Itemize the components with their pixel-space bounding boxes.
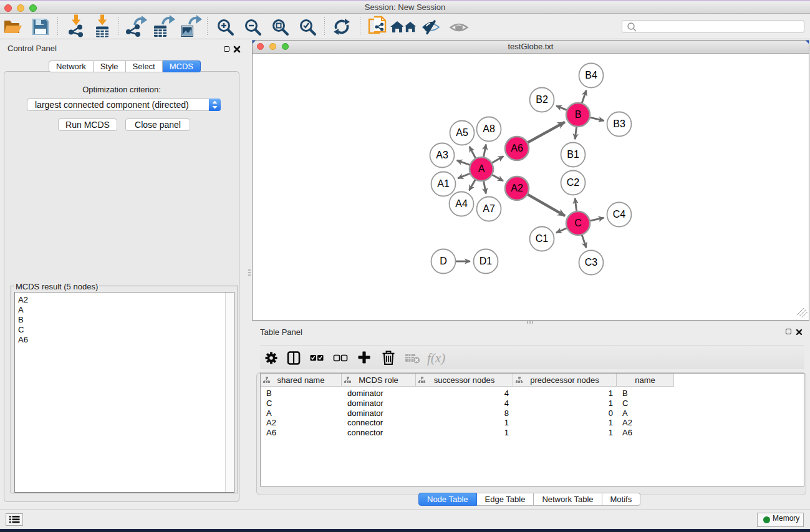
svg-text:C: C <box>574 218 582 228</box>
svg-text:C2: C2 <box>567 177 580 188</box>
svg-text:A6: A6 <box>511 143 523 153</box>
svg-text:B2: B2 <box>536 94 548 105</box>
svg-text:A7: A7 <box>483 203 495 214</box>
svg-text:C1: C1 <box>536 233 549 244</box>
svg-text:B: B <box>575 109 582 120</box>
svg-text:C3: C3 <box>585 257 598 268</box>
svg-text:B1: B1 <box>567 149 579 160</box>
svg-text:A2: A2 <box>511 183 523 193</box>
svg-text:A5: A5 <box>456 127 468 138</box>
svg-text:f(x): f(x) <box>427 351 445 365</box>
svg-text:D1: D1 <box>480 256 493 266</box>
svg-text:C4: C4 <box>613 209 626 220</box>
svg-text:D: D <box>440 256 447 266</box>
svg-text:B3: B3 <box>613 118 625 129</box>
svg-text:A8: A8 <box>483 123 495 134</box>
svg-text:A1: A1 <box>437 178 450 189</box>
svg-text:A3: A3 <box>436 150 448 160</box>
svg-text:B4: B4 <box>585 70 597 80</box>
svg-text:A: A <box>478 163 485 174</box>
svg-text:A4: A4 <box>455 198 468 209</box>
